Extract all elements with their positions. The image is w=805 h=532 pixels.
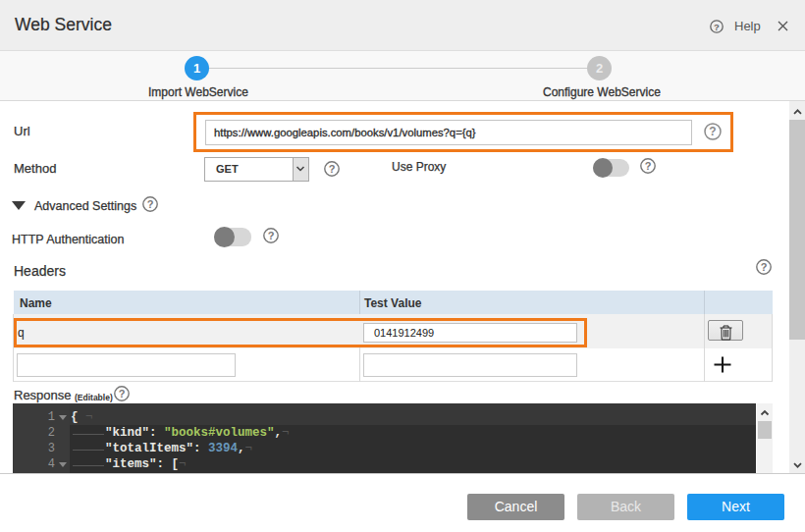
- svg-text:?: ?: [118, 388, 125, 399]
- svg-text:?: ?: [761, 261, 768, 273]
- svg-text:?: ?: [709, 125, 716, 138]
- svg-text:?: ?: [714, 21, 720, 31]
- svg-text:?: ?: [329, 163, 336, 175]
- svg-text:?: ?: [147, 198, 154, 210]
- svg-text:?: ?: [645, 160, 652, 172]
- svg-text:?: ?: [268, 230, 275, 241]
